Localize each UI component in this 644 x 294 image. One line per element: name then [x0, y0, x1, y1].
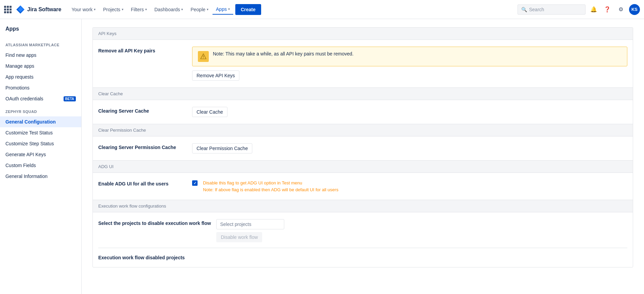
execution-workflow-body: Select the projects to disable execution…: [93, 212, 633, 267]
dashboards-nav[interactable]: Dashboards ▾: [151, 5, 187, 14]
sidebar-item-find-new-apps[interactable]: Find new apps: [0, 50, 81, 61]
api-keys-header: API Keys: [93, 28, 633, 40]
chevron-down-icon: ▾: [122, 7, 123, 11]
clear-permission-cache-section: Clear Permission Cache Clearing Server P…: [93, 124, 633, 161]
sidebar: Apps ATLASSIAN MARKETPLACE Find new apps…: [0, 19, 82, 294]
clear-permission-cache-body: Clearing Server Permission Cache Clear P…: [93, 136, 633, 160]
adg-ui-note: Disable this flag to get ADG UI option i…: [203, 180, 338, 193]
nav-items: Your work ▾ Projects ▾ Filters ▾ Dashboa…: [68, 4, 261, 15]
execution-workflow-section: Execution work flow configurations Selec…: [93, 200, 633, 267]
sidebar-apps-title: Apps: [0, 26, 81, 37]
execution-workflow-header: Execution work flow configurations: [93, 200, 633, 212]
chevron-down-icon: ▾: [207, 7, 208, 11]
adg-note-line1: Disable this flag to get ADG UI option i…: [203, 180, 338, 186]
grid-menu-button[interactable]: [4, 6, 12, 13]
clearing-server-permission-label: Clearing Server Permission Cache: [98, 143, 187, 150]
sidebar-item-manage-apps[interactable]: Manage apps: [0, 61, 81, 71]
nav-right: 🔍 Search 🔔 ❓ ⚙ KS: [518, 4, 640, 15]
logo[interactable]: Jira Software: [16, 5, 61, 14]
create-button[interactable]: Create: [235, 4, 261, 15]
api-keys-row: Remove all API Key pairs !: [98, 47, 627, 81]
settings-button[interactable]: ⚙: [615, 4, 626, 15]
zephyr-squad-heading: ZEPHYR SQUAD: [0, 104, 81, 116]
sidebar-item-generate-api-keys[interactable]: Generate API Keys: [0, 149, 81, 160]
clear-cache-content: Clear Cache: [192, 107, 627, 117]
clear-cache-body: Clearing Server Cache Clear Cache: [93, 100, 633, 124]
search-icon: 🔍: [521, 7, 527, 12]
warning-icon: !: [198, 51, 209, 62]
chevron-down-icon: ▾: [145, 7, 147, 11]
sidebar-item-oauth-credentials[interactable]: OAuth credentials BETA: [0, 93, 81, 104]
adg-note-line2: Note: If above flag is enabled then ADG …: [203, 186, 338, 193]
enable-adg-ui-label: Enable ADG UI for all the users: [98, 180, 187, 186]
api-keys-content: ! Note: This may take a while, as all AP…: [192, 47, 627, 81]
execution-workflow-row: Select the projects to disable execution…: [98, 219, 627, 242]
logo-text: Jira Software: [27, 6, 61, 13]
clear-cache-section: Clear Cache Clearing Server Cache Clear …: [93, 88, 633, 124]
svg-text:!: !: [203, 55, 204, 59]
adg-ui-header: ADG UI: [93, 161, 633, 173]
api-keys-label: Remove all API Key pairs: [98, 47, 187, 53]
chevron-down-icon: ▾: [181, 7, 183, 11]
adg-ui-body: Enable ADG UI for all the users Disable …: [93, 173, 633, 200]
atlassian-marketplace-heading: ATLASSIAN MARKETPLACE: [0, 37, 81, 50]
notifications-button[interactable]: 🔔: [588, 4, 599, 15]
grid-icon: [4, 6, 12, 13]
adg-ui-section: ADG UI Enable ADG UI for all the users D…: [93, 161, 633, 200]
sidebar-item-customize-test-status[interactable]: Customize Test Status: [0, 127, 81, 138]
sidebar-item-app-requests[interactable]: App requests: [0, 71, 81, 82]
sidebar-item-custom-fields[interactable]: Custom Fields: [0, 160, 81, 171]
page-wrapper: Apps ATLASSIAN MARKETPLACE Find new apps…: [0, 19, 644, 294]
clear-permission-cache-content: Clear Permission Cache: [192, 143, 627, 153]
remove-api-keys-button[interactable]: Remove API Keys: [192, 70, 239, 81]
select-projects-label: Select the projects to disable execution…: [98, 219, 211, 226]
top-navigation: Jira Software Your work ▾ Projects ▾ Fil…: [0, 0, 644, 19]
projects-nav[interactable]: Projects ▾: [100, 5, 127, 14]
all-config-sections: API Keys Remove all API Key pairs !: [92, 27, 633, 267]
sidebar-item-general-information[interactable]: General Information: [0, 171, 81, 182]
execution-disabled-projects-label: Execution work flow disabled projects: [98, 254, 627, 260]
clear-permission-cache-header: Clear Permission Cache: [93, 124, 633, 136]
adg-ui-content: Disable this flag to get ADG UI option i…: [192, 180, 627, 193]
beta-badge: BETA: [64, 96, 76, 101]
api-keys-note-box: ! Note: This may take a while, as all AP…: [192, 47, 627, 66]
execution-workflow-content: Select projects Disable work flow: [216, 219, 627, 242]
search-box[interactable]: 🔍 Search: [518, 4, 586, 15]
api-keys-note-text: Note: This may take a while, as all API …: [213, 51, 354, 56]
clearing-server-cache-label: Clearing Server Cache: [98, 107, 187, 114]
sidebar-item-promotions[interactable]: Promotions: [0, 82, 81, 93]
sidebar-item-general-configuration[interactable]: General Configuration: [0, 116, 81, 127]
api-keys-section: API Keys Remove all API Key pairs !: [93, 28, 633, 88]
select-projects-input[interactable]: Select projects: [216, 219, 284, 229]
your-work-nav[interactable]: Your work ▾: [68, 5, 99, 14]
apps-nav[interactable]: Apps ▾: [213, 4, 233, 15]
execution-disabled-projects-row: Execution work flow disabled projects: [98, 248, 627, 260]
sidebar-item-customize-step-status[interactable]: Customize Step Status: [0, 138, 81, 149]
api-keys-body: Remove all API Key pairs !: [93, 40, 633, 87]
clear-cache-header: Clear Cache: [93, 88, 633, 100]
clear-permission-cache-row: Clearing Server Permission Cache Clear P…: [98, 143, 627, 153]
people-nav[interactable]: People ▾: [187, 5, 212, 14]
chevron-down-icon: ▾: [94, 7, 96, 11]
avatar[interactable]: KS: [629, 4, 640, 15]
clear-cache-button[interactable]: Clear Cache: [192, 107, 227, 117]
adg-ui-checkbox[interactable]: [192, 180, 198, 186]
disable-workflow-button[interactable]: Disable work flow: [216, 232, 262, 242]
clear-cache-row: Clearing Server Cache Clear Cache: [98, 107, 627, 117]
filters-nav[interactable]: Filters ▾: [128, 5, 150, 14]
clear-permission-cache-button[interactable]: Clear Permission Cache: [192, 143, 252, 153]
adg-ui-row: Enable ADG UI for all the users Disable …: [98, 180, 627, 193]
main-content: API Keys Remove all API Key pairs !: [82, 19, 644, 294]
chevron-down-icon: ▾: [228, 7, 230, 11]
jira-logo-icon: [16, 5, 25, 14]
help-button[interactable]: ❓: [602, 4, 613, 15]
